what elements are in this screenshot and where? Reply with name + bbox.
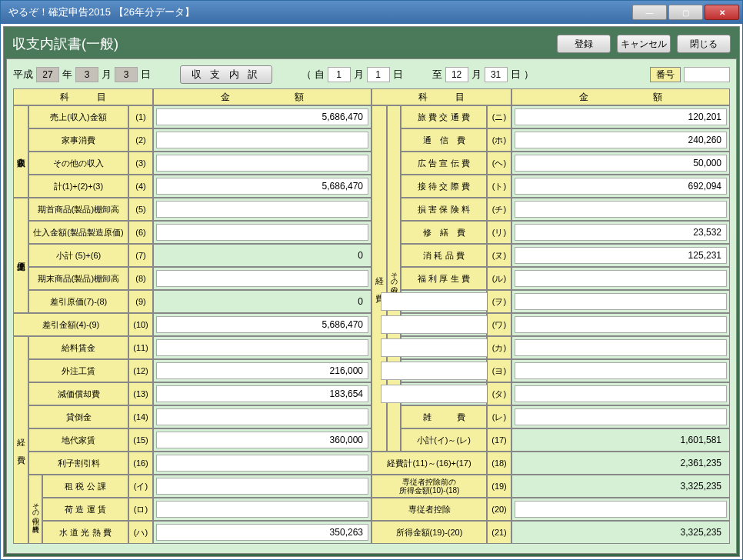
from-day-field[interactable]: [367, 67, 390, 82]
amount-field[interactable]: [515, 501, 727, 518]
amount-field[interactable]: [515, 108, 727, 125]
table-row: 雑 費(レ): [401, 405, 730, 428]
to-month-field[interactable]: [445, 67, 468, 82]
to-day-field[interactable]: [485, 67, 508, 82]
row-num: (タ): [487, 382, 511, 405]
row-label: 雑 費: [401, 405, 487, 428]
vcat-genka: 売上原価: [13, 198, 28, 313]
table-row: 期末商品(製品)棚卸高(8): [28, 267, 372, 290]
maximize-button[interactable]: ▢: [668, 5, 703, 20]
amount-field[interactable]: [515, 408, 727, 425]
table-row: 荷 造 運 賃(ロ): [42, 498, 372, 521]
row-label: 広 告 宣 伝 費: [401, 152, 487, 175]
app-window: やるぞ！確定申告2015 【26年分データ】 — ▢ ✕ 収支内訳書(一般) 登…: [0, 0, 743, 560]
amount-field[interactable]: [156, 339, 368, 356]
amount-field[interactable]: [156, 501, 368, 518]
header-kingaku-left: 金 額: [153, 88, 372, 105]
row-label: その他の収入: [28, 152, 128, 175]
row-num: (ハ): [128, 521, 153, 544]
row-label: 所得金額(19)-(20): [372, 521, 487, 544]
amount-field[interactable]: [156, 478, 368, 495]
row-num: (ル): [487, 267, 511, 290]
table-row: その他の収入(3): [28, 152, 372, 175]
page-title: 収支内訳書(一般): [12, 35, 118, 53]
row-num: (カ): [487, 336, 511, 359]
row-label: 小計(イ)～(レ): [401, 428, 487, 452]
amount-field[interactable]: [515, 385, 727, 402]
amount-field[interactable]: [515, 339, 727, 356]
table-row: (タ): [401, 382, 730, 405]
amount-field[interactable]: [156, 155, 368, 172]
row-label: 期末商品(製品)棚卸高: [28, 267, 128, 290]
amount-field[interactable]: [156, 201, 368, 218]
amount-field[interactable]: [515, 201, 727, 218]
row-label: 給料賃金: [28, 336, 128, 359]
amount-field[interactable]: [156, 224, 368, 241]
row-num: (7): [128, 244, 153, 267]
row-label: [401, 382, 487, 405]
row-num: (レ): [487, 405, 511, 428]
amount-field[interactable]: [156, 385, 368, 402]
amount-field[interactable]: [515, 293, 727, 310]
row-num: (20): [487, 498, 511, 521]
bangou-field[interactable]: [684, 67, 730, 82]
row-num: (ヨ): [487, 359, 511, 382]
window-controls: — ▢ ✕: [632, 5, 739, 20]
row-num: (17): [487, 428, 511, 452]
amount-field[interactable]: [156, 316, 368, 333]
from-month-field[interactable]: [328, 67, 351, 82]
amount-field[interactable]: [156, 432, 368, 448]
amount-field[interactable]: [156, 408, 368, 425]
era-label: 平成: [13, 68, 33, 82]
table-row: 家事消費(2): [28, 128, 372, 152]
window-close-button[interactable]: ✕: [705, 5, 739, 20]
amount-field[interactable]: [515, 155, 727, 172]
header-kingaku-right: 金 額: [511, 88, 730, 105]
cancel-button[interactable]: キャンセル: [617, 35, 671, 53]
minimize-button[interactable]: —: [632, 5, 667, 20]
row-label: 差引金額(4)-(9): [13, 313, 128, 336]
row-num: (ヲ): [487, 290, 511, 313]
row-label: 仕入金額(製品製造原価): [28, 221, 128, 244]
row-label: 小計 (5)+(6): [28, 244, 128, 267]
day-field[interactable]: [115, 67, 138, 82]
month-label: 月: [102, 68, 112, 82]
row-label: 専従者控除: [372, 498, 487, 521]
table-row: 利子割引料(16): [28, 452, 372, 475]
amount-field[interactable]: [156, 455, 368, 472]
header-kamoku-left: 科 目: [13, 88, 153, 105]
amount-field[interactable]: [156, 270, 368, 287]
amount-field[interactable]: [515, 224, 727, 241]
table-row: 貸倒金(14): [28, 405, 372, 428]
window-title: やるぞ！確定申告2015 【26年分データ】: [8, 5, 195, 19]
year-field[interactable]: [36, 67, 59, 82]
bangou-label: 番号: [650, 67, 681, 82]
row-num: (ロ): [128, 498, 153, 521]
month-field[interactable]: [75, 67, 98, 82]
row-num: (ニ): [487, 105, 511, 128]
close-button[interactable]: 閉じる: [677, 35, 731, 53]
amount-field[interactable]: [515, 316, 727, 333]
row-num: (ワ): [487, 313, 511, 336]
table-row: 損 害 保 険 料(チ): [401, 198, 730, 221]
vcat-sonota: その他の経費: [28, 475, 42, 544]
amount-field[interactable]: [515, 178, 727, 195]
amount-field[interactable]: [515, 247, 727, 264]
amount-field[interactable]: [156, 178, 368, 195]
breakdown-button[interactable]: 収 支 内 訳: [180, 65, 272, 84]
main-grid: 科 目 金 額 収入金額売上(収入)金額(1)家事消費(2)その他の収入(3)計…: [13, 88, 730, 548]
amount-field[interactable]: [156, 524, 368, 541]
amount-field[interactable]: [156, 108, 368, 125]
amount-field: [156, 247, 368, 264]
row-num: (1): [128, 105, 153, 128]
amount-field[interactable]: [156, 132, 368, 148]
table-row: 給料賃金(11): [28, 336, 372, 359]
row-label: 外注工賃: [28, 359, 128, 382]
row-label: 損 害 保 険 料: [401, 198, 487, 221]
amount-field[interactable]: [515, 270, 727, 287]
amount-field[interactable]: [156, 362, 368, 379]
amount-field[interactable]: [515, 132, 727, 148]
register-button[interactable]: 登録: [557, 35, 611, 53]
row-label: 減価償却費: [28, 382, 128, 405]
amount-field[interactable]: [515, 362, 727, 379]
